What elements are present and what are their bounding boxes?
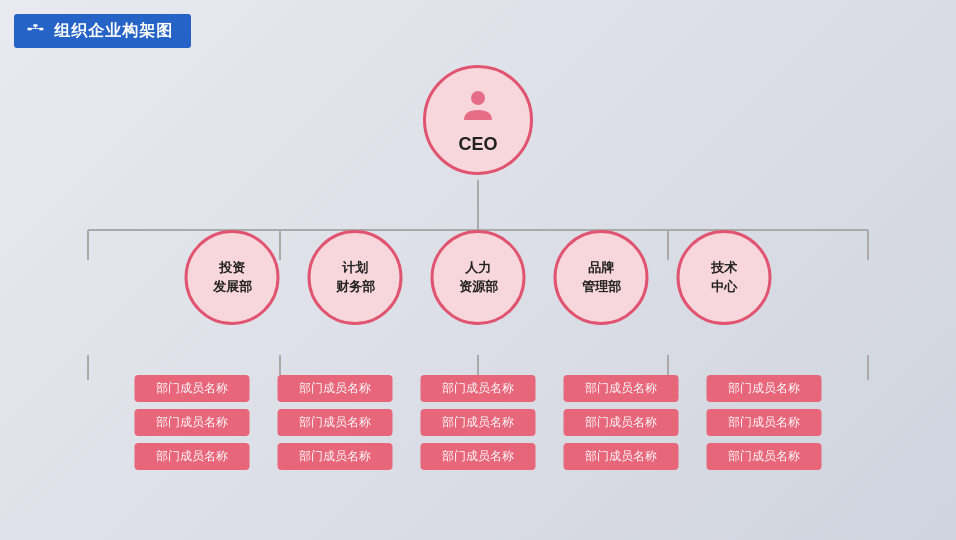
dept-tech: 技术 中心 [677, 230, 772, 325]
member-card[interactable]: 部门成员名称 [278, 375, 393, 402]
member-card[interactable]: 部门成员名称 [564, 375, 679, 402]
dept-tech-label: 技术 中心 [711, 259, 737, 295]
dept-tech-circle: 技术 中心 [677, 230, 772, 325]
member-card[interactable]: 部门成员名称 [278, 443, 393, 470]
dept-finance: 计划 财务部 [308, 230, 403, 325]
member-card[interactable]: 部门成员名称 [564, 409, 679, 436]
member-card[interactable]: 部门成员名称 [707, 443, 822, 470]
members-brand: 部门成员名称 部门成员名称 部门成员名称 [564, 375, 679, 470]
member-card[interactable]: 部门成员名称 [278, 409, 393, 436]
org-chart-icon [24, 20, 46, 42]
ceo-icon [460, 86, 496, 130]
members-hr: 部门成员名称 部门成员名称 部门成员名称 [421, 375, 536, 470]
member-card[interactable]: 部门成员名称 [707, 409, 822, 436]
members-row: 部门成员名称 部门成员名称 部门成员名称 部门成员名称 部门成员名称 部门成员名… [135, 375, 822, 470]
members-tech: 部门成员名称 部门成员名称 部门成员名称 [707, 375, 822, 470]
member-card[interactable]: 部门成员名称 [135, 409, 250, 436]
page-title: 组织企业构架图 [54, 21, 173, 42]
dept-hr-circle: 人力 资源部 [431, 230, 526, 325]
member-card[interactable]: 部门成员名称 [421, 443, 536, 470]
dept-invest: 投资 发展部 [185, 230, 280, 325]
member-card[interactable]: 部门成员名称 [135, 375, 250, 402]
members-invest: 部门成员名称 部门成员名称 部门成员名称 [135, 375, 250, 470]
ceo-label: CEO [458, 134, 497, 155]
members-finance: 部门成员名称 部门成员名称 部门成员名称 [278, 375, 393, 470]
dept-invest-label: 投资 发展部 [213, 259, 252, 295]
dept-hr-label: 人力 资源部 [459, 259, 498, 295]
page-header: 组织企业构架图 [14, 14, 191, 48]
member-card[interactable]: 部门成员名称 [135, 443, 250, 470]
dept-brand-circle: 品牌 管理部 [554, 230, 649, 325]
ceo-node: CEO [423, 65, 533, 175]
member-card[interactable]: 部门成员名称 [421, 375, 536, 402]
dept-invest-circle: 投资 发展部 [185, 230, 280, 325]
member-card[interactable]: 部门成员名称 [707, 375, 822, 402]
dept-brand-label: 品牌 管理部 [582, 259, 621, 295]
svg-rect-1 [33, 24, 37, 27]
dept-hr: 人力 资源部 [431, 230, 526, 325]
member-card[interactable]: 部门成员名称 [421, 409, 536, 436]
dept-brand: 品牌 管理部 [554, 230, 649, 325]
dept-finance-label: 计划 财务部 [336, 259, 375, 295]
svg-point-19 [471, 91, 485, 105]
departments-row: 投资 发展部 计划 财务部 人力 资源部 品牌 管理部 技术 中心 [185, 230, 772, 325]
member-card[interactable]: 部门成员名称 [564, 443, 679, 470]
dept-finance-circle: 计划 财务部 [308, 230, 403, 325]
